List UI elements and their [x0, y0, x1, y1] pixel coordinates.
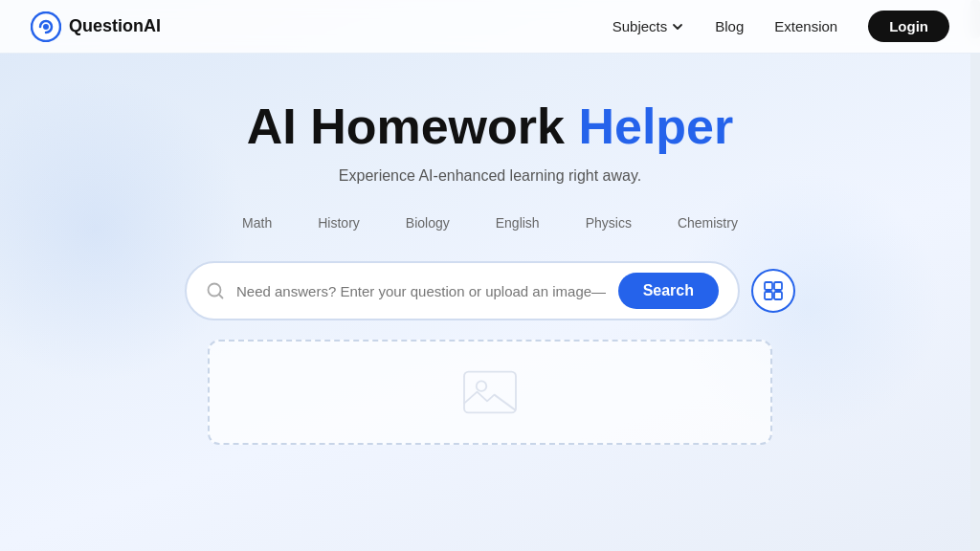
search-bar: Search: [185, 261, 740, 320]
nav-subjects[interactable]: Subjects: [612, 18, 685, 34]
nav-blog-label: Blog: [715, 18, 744, 34]
search-icon: [206, 281, 225, 300]
nav-links: Subjects Blog Extension Login: [612, 11, 949, 42]
subject-tab-math[interactable]: Math: [242, 211, 272, 236]
subject-tab-biology[interactable]: Biology: [406, 211, 450, 236]
main-content: AI Homework Helper Experience AI-enhance…: [0, 54, 980, 445]
image-drop-zone[interactable]: [208, 340, 772, 445]
search-bar-container: Search: [185, 261, 795, 320]
search-button[interactable]: Search: [618, 273, 719, 309]
nav-blog[interactable]: Blog: [715, 18, 744, 34]
svg-rect-6: [774, 292, 782, 299]
svg-point-8: [477, 382, 487, 392]
subject-tab-history[interactable]: History: [318, 211, 360, 236]
search-input[interactable]: [236, 283, 607, 299]
hero-title-part1: AI Homework: [247, 99, 579, 154]
subject-tabs: Math History Biology English Physics Che…: [242, 211, 738, 236]
hero-title-part2: Helper: [578, 99, 733, 154]
login-button[interactable]: Login: [868, 11, 949, 42]
grid-icon: [763, 280, 784, 301]
svg-rect-7: [464, 372, 516, 413]
svg-point-1: [43, 24, 49, 30]
hero-title: AI Homework Helper: [247, 99, 734, 154]
subject-tab-physics[interactable]: Physics: [586, 211, 632, 236]
chevron-down-icon: [671, 20, 684, 33]
svg-rect-3: [765, 282, 772, 290]
logo-text: QuestionAI: [69, 16, 161, 36]
nav-subjects-label: Subjects: [612, 18, 668, 34]
hero-subtitle: Experience AI-enhanced learning right aw…: [339, 167, 641, 185]
image-upload-button[interactable]: [751, 269, 795, 313]
svg-rect-5: [765, 292, 772, 299]
image-placeholder-icon: [461, 368, 519, 416]
logo[interactable]: QuestionAI: [31, 11, 161, 42]
subject-tab-english[interactable]: English: [496, 211, 540, 236]
logo-icon: [31, 11, 61, 42]
subject-tab-chemistry[interactable]: Chemistry: [678, 211, 738, 236]
nav-extension-label: Extension: [774, 18, 837, 34]
navbar: QuestionAI Subjects Blog Extension Login: [0, 0, 980, 54]
svg-rect-4: [774, 282, 782, 290]
nav-extension[interactable]: Extension: [774, 18, 837, 34]
